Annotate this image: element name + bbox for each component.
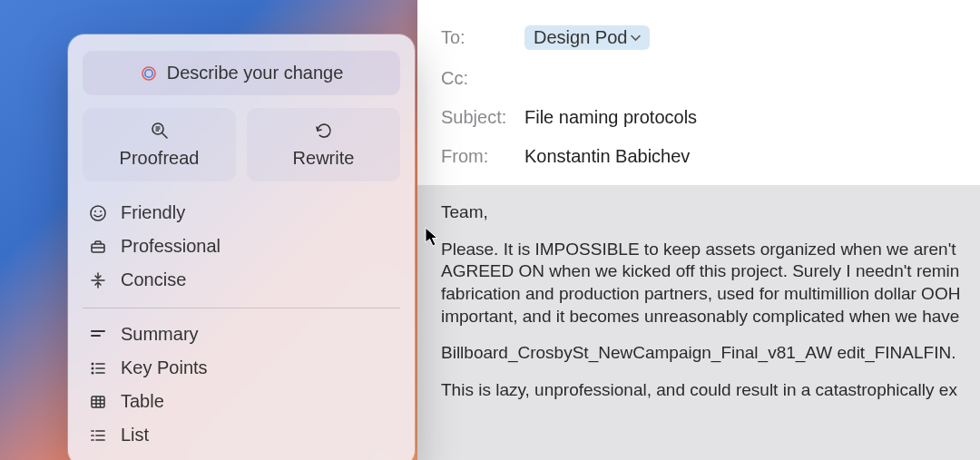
- format-list: Summary Key Points: [83, 318, 400, 452]
- from-label: From:: [441, 146, 524, 167]
- email-body[interactable]: Team, Please. It is IMPOSSIBLE to keep a…: [417, 185, 980, 460]
- tone-concise[interactable]: Concise: [83, 263, 400, 297]
- cc-row[interactable]: Cc:: [441, 59, 980, 98]
- from-row: From: Konstantin Babichev: [441, 137, 980, 176]
- format-label: Key Points: [121, 357, 208, 378]
- smile-icon: [88, 204, 108, 222]
- compress-icon: [88, 271, 108, 289]
- svg-point-7: [91, 206, 105, 220]
- tone-label: Professional: [121, 236, 220, 257]
- svg-point-8: [94, 210, 96, 212]
- chevron-down-icon: [631, 34, 641, 42]
- list-icon: [88, 426, 108, 445]
- to-row: To: Design Pod: [441, 16, 980, 59]
- recipient-name: Design Pod: [534, 27, 627, 48]
- subject-label: Subject:: [441, 107, 524, 128]
- to-label: To:: [441, 27, 524, 48]
- recipient-chip[interactable]: Design Pod: [524, 25, 650, 50]
- svg-point-21: [92, 371, 94, 374]
- body-paragraph-1: Please. It is IMPOSSIBLE to keep assets …: [441, 239, 980, 328]
- format-table[interactable]: Table: [83, 385, 400, 418]
- svg-line-3: [162, 133, 167, 138]
- format-keypoints[interactable]: Key Points: [83, 351, 400, 385]
- summary-icon: [88, 326, 108, 344]
- svg-rect-23: [92, 396, 104, 407]
- writing-tools-panel: Describe your change Proofread: [68, 34, 415, 460]
- format-list[interactable]: List: [83, 418, 400, 452]
- rewrite-icon: [314, 121, 334, 141]
- briefcase-icon: [88, 238, 108, 256]
- svg-point-19: [92, 367, 94, 369]
- email-header: To: Design Pod Cc: Subject: File naming …: [417, 0, 980, 176]
- proofread-label: Proofread: [120, 148, 200, 169]
- subject-row[interactable]: Subject: File naming protocols: [441, 98, 980, 137]
- describe-change-button[interactable]: Describe your change: [83, 51, 400, 95]
- svg-point-1: [145, 69, 152, 76]
- tone-friendly[interactable]: Friendly: [83, 196, 400, 230]
- format-label: Summary: [121, 324, 199, 345]
- describe-change-label: Describe your change: [167, 63, 344, 83]
- tone-label: Concise: [121, 269, 186, 290]
- tool-row: Proofread Rewrite: [83, 108, 400, 181]
- svg-point-9: [100, 210, 102, 212]
- tone-list: Friendly Professional: [83, 196, 400, 308]
- body-paragraph-2: Billboard_CrosbySt_NewCampaign_Final_v81…: [441, 342, 980, 365]
- body-greeting: Team,: [441, 201, 980, 224]
- format-label: Table: [121, 391, 164, 412]
- proofread-button[interactable]: Proofread: [83, 108, 236, 181]
- tone-professional[interactable]: Professional: [83, 230, 400, 263]
- format-label: List: [121, 425, 149, 445]
- tone-label: Friendly: [121, 202, 185, 223]
- subject-value: File naming protocols: [524, 107, 697, 128]
- sparkle-icon: [140, 64, 158, 83]
- bullets-icon: [88, 359, 108, 377]
- email-compose-window: To: Design Pod Cc: Subject: File naming …: [417, 0, 980, 460]
- format-summary[interactable]: Summary: [83, 318, 400, 351]
- magnifier-icon: [150, 121, 170, 141]
- rewrite-button[interactable]: Rewrite: [247, 108, 400, 181]
- svg-point-17: [92, 362, 94, 365]
- body-paragraph-3: This is lazy, unprofessional, and could …: [441, 379, 980, 402]
- from-value: Konstantin Babichev: [524, 146, 690, 167]
- rewrite-label: Rewrite: [293, 148, 355, 169]
- table-icon: [88, 393, 108, 411]
- cc-label: Cc:: [441, 68, 524, 89]
